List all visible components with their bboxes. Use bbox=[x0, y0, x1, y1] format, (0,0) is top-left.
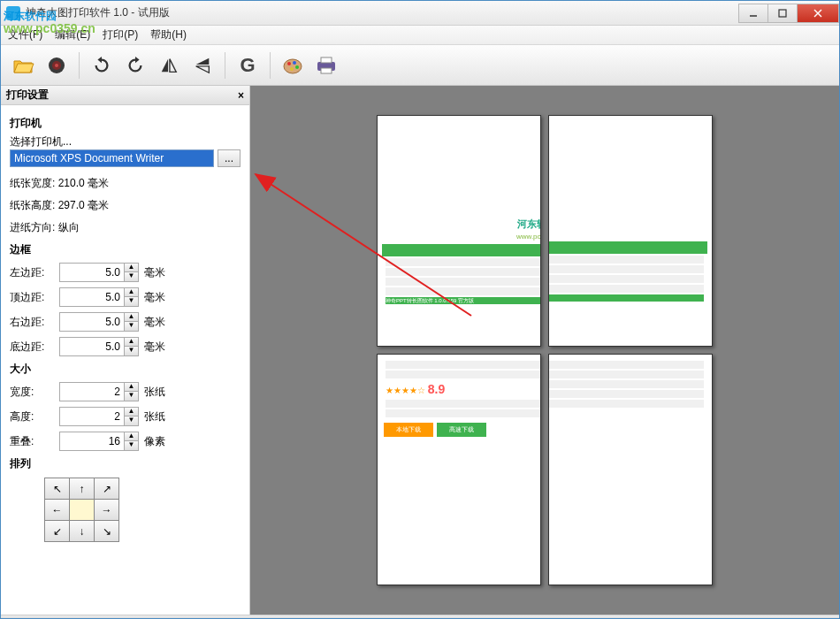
open-file-button[interactable] bbox=[8, 50, 38, 80]
right-margin-label: 右边距: bbox=[10, 315, 59, 330]
page-2 bbox=[548, 115, 713, 347]
align-top-right[interactable]: ↗ bbox=[94, 478, 119, 500]
align-bottom-right[interactable]: ↘ bbox=[94, 520, 119, 542]
align-top-left[interactable]: ↖ bbox=[44, 478, 70, 500]
separator bbox=[270, 52, 271, 79]
overlap-spinner[interactable]: ▲▼ bbox=[59, 432, 139, 451]
align-bottom[interactable]: ↓ bbox=[69, 520, 95, 542]
rotate-right-button[interactable] bbox=[120, 50, 150, 80]
feed-direction-value: 纵向 bbox=[58, 221, 80, 233]
page-3: ★★★★☆ 8.9 本地下载高速下载 bbox=[377, 354, 541, 585]
printer-name-field[interactable] bbox=[10, 149, 214, 167]
menu-edit[interactable]: 编辑(E) bbox=[55, 27, 90, 42]
page-4 bbox=[548, 354, 713, 585]
print-button[interactable] bbox=[311, 50, 341, 80]
select-printer-label: 选择打印机... bbox=[10, 134, 241, 149]
printer-section-header: 打印机 bbox=[10, 116, 241, 131]
width-spinner[interactable]: ▲▼ bbox=[59, 382, 139, 401]
flip-vertical-button[interactable] bbox=[187, 50, 218, 80]
svg-point-10 bbox=[295, 65, 299, 69]
bottom-margin-spinner[interactable]: ▲▼ bbox=[59, 337, 139, 356]
svg-rect-14 bbox=[321, 68, 332, 73]
paper-width-label: 纸张宽度: bbox=[10, 176, 55, 191]
separator bbox=[79, 52, 80, 79]
rating-stars-icon: ★★★★☆ 8.9 bbox=[386, 382, 541, 396]
bottom-margin-label: 底边距: bbox=[10, 340, 59, 355]
align-top[interactable]: ↑ bbox=[69, 478, 95, 500]
rotate-left-button[interactable] bbox=[87, 50, 117, 80]
svg-point-8 bbox=[287, 62, 291, 65]
panel-title: 打印设置 × bbox=[1, 86, 249, 105]
page-1: 河东软件园 www.pc0359.cn 神奇PPT转长图软件 1.0.0.159… bbox=[377, 115, 541, 347]
align-left[interactable]: ← bbox=[44, 499, 70, 521]
menu-file[interactable]: 文件(F) bbox=[8, 27, 42, 42]
gamma-button[interactable]: G bbox=[233, 50, 263, 80]
separator bbox=[225, 52, 225, 79]
svg-point-7 bbox=[284, 59, 302, 73]
align-center[interactable] bbox=[69, 499, 95, 521]
align-section-header: 排列 bbox=[10, 456, 241, 471]
size-section-header: 大小 bbox=[10, 362, 241, 377]
color-palette-button[interactable] bbox=[278, 50, 308, 80]
svg-point-6 bbox=[55, 64, 58, 67]
fast-download-button: 高速下载 bbox=[437, 423, 486, 437]
margins-section-header: 边框 bbox=[10, 242, 241, 257]
minimize-button[interactable] bbox=[738, 4, 768, 23]
feed-direction-label: 进纸方向: bbox=[10, 220, 55, 235]
top-margin-label: 顶边距: bbox=[10, 290, 59, 305]
align-bottom-left[interactable]: ↙ bbox=[44, 520, 70, 542]
pages-grid: 河东软件园 www.pc0359.cn 神奇PPT转长图软件 1.0.0.159… bbox=[377, 115, 713, 585]
svg-rect-1 bbox=[779, 10, 786, 17]
browse-printer-button[interactable]: ... bbox=[218, 149, 241, 167]
overlap-label: 重叠: bbox=[10, 434, 59, 449]
toolbar: G bbox=[1, 45, 839, 86]
menu-help[interactable]: 帮助(H) bbox=[150, 27, 187, 42]
svg-rect-13 bbox=[321, 57, 332, 63]
paper-height-value: 297.0 毫米 bbox=[58, 199, 109, 211]
right-margin-spinner[interactable]: ▲▼ bbox=[59, 312, 139, 332]
height-spinner[interactable]: ▲▼ bbox=[59, 407, 139, 426]
svg-point-11 bbox=[290, 67, 294, 71]
local-download-button: 本地下载 bbox=[384, 423, 433, 437]
print-settings-panel: 打印设置 × 打印机 选择打印机... ... 纸张宽度: 210.0 毫米 纸… bbox=[1, 86, 250, 615]
maximize-button[interactable] bbox=[767, 4, 798, 23]
titlebar: 神奇大图打印软件 1.0 - 试用版 bbox=[1, 1, 839, 26]
camera-button[interactable] bbox=[42, 50, 72, 80]
spin-down-icon[interactable]: ▼ bbox=[125, 272, 138, 281]
preview-canvas[interactable]: 河东软件园 www.pc0359.cn 神奇PPT转长图软件 1.0.0.159… bbox=[250, 86, 839, 615]
alignment-grid: ↖ ↑ ↗ ← → ↙ ↓ ↘ bbox=[45, 478, 241, 542]
top-margin-spinner[interactable]: ▲▼ bbox=[59, 287, 139, 307]
left-margin-label: 左边距: bbox=[10, 265, 59, 280]
preview-logo: 河东软件园 bbox=[382, 218, 541, 231]
app-icon bbox=[6, 6, 20, 20]
flip-horizontal-button[interactable] bbox=[154, 50, 184, 80]
panel-close-icon[interactable]: × bbox=[238, 89, 244, 102]
menu-print[interactable]: 打印(P) bbox=[103, 27, 138, 42]
left-margin-spinner[interactable]: ▲▼ bbox=[59, 263, 139, 282]
paper-height-label: 纸张高度: bbox=[10, 198, 55, 213]
statusbar bbox=[1, 615, 839, 618]
width-label: 宽度: bbox=[10, 385, 59, 400]
window-title: 神奇大图打印软件 1.0 - 试用版 bbox=[26, 5, 739, 20]
paper-width-value: 210.0 毫米 bbox=[58, 177, 109, 189]
height-label: 高度: bbox=[10, 409, 59, 424]
svg-point-9 bbox=[293, 61, 296, 65]
align-right[interactable]: → bbox=[94, 499, 119, 521]
menubar: 文件(F) 编辑(E) 打印(P) 帮助(H) bbox=[1, 26, 839, 45]
close-button[interactable] bbox=[797, 4, 839, 23]
app-window: 神奇大图打印软件 1.0 - 试用版 文件(F) 编辑(E) 打印(P) 帮助(… bbox=[0, 0, 840, 619]
